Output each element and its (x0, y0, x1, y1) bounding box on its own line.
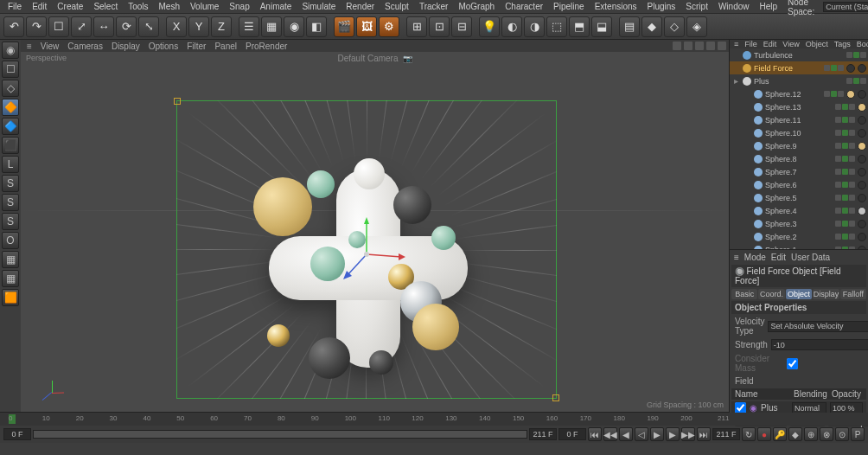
menu-render[interactable]: Render (341, 1, 379, 12)
menu-tools[interactable]: Tools (124, 1, 152, 12)
tl-prev-frame[interactable]: ◀ (619, 427, 633, 441)
toolbar-btn-13[interactable]: ▦ (261, 16, 282, 37)
menu-character[interactable]: Character (501, 1, 547, 12)
menu-window[interactable]: Window (714, 1, 754, 12)
left-tool-3[interactable]: 🔶 (2, 99, 19, 116)
tl-key-pos[interactable]: ⊕ (804, 427, 818, 441)
nodespace-input[interactable] (823, 2, 868, 12)
object-row-sphere-3[interactable]: Sphere.3 (730, 217, 868, 230)
vp-menu-prorender[interactable]: ProRender (242, 42, 290, 51)
toolbar-btn-10[interactable]: Z (211, 16, 232, 37)
tl-current-frame[interactable] (558, 428, 586, 440)
left-tool-13[interactable]: 🟧 (2, 289, 19, 306)
vp-menu-view[interactable]: View (37, 42, 63, 51)
left-tool-0[interactable]: ◉ (2, 42, 19, 59)
consider-mass-checkbox[interactable] (787, 358, 798, 369)
toolbar-btn-28[interactable]: ⬚ (546, 16, 567, 37)
left-tool-10[interactable]: O (2, 232, 19, 249)
left-tool-2[interactable]: ◇ (2, 80, 19, 97)
object-row-sphere-10[interactable]: Sphere.10 (730, 126, 868, 139)
toolbar-btn-27[interactable]: ◑ (524, 16, 545, 37)
vp-menu-options[interactable]: Options (145, 42, 182, 51)
tl-range-end[interactable] (712, 428, 740, 440)
menu-select[interactable]: Select (89, 1, 122, 12)
toolbar-btn-12[interactable]: ☰ (239, 16, 259, 37)
toolbar-btn-14[interactable]: ◉ (284, 16, 304, 37)
toolbar-btn-17[interactable]: 🎬 (334, 16, 354, 37)
toolbar-btn-8[interactable]: X (166, 16, 187, 37)
strength-input[interactable] (771, 339, 868, 350)
toolbar-btn-5[interactable]: ⟳ (116, 16, 137, 37)
om-menu-file[interactable]: File (742, 40, 760, 48)
toolbar-btn-18[interactable]: 🖼 (356, 16, 377, 37)
left-tool-8[interactable]: S (2, 194, 19, 211)
vp-icon-0[interactable] (673, 42, 681, 50)
attr-tab-coord[interactable]: Coord. (758, 289, 784, 299)
vp-menu-cameras[interactable]: Cameras (64, 42, 106, 51)
tl-loop[interactable]: ↻ (742, 427, 756, 441)
transform-gizmo[interactable] (328, 215, 405, 293)
object-row-sphere-8[interactable]: Sphere.8 (730, 152, 868, 165)
toolbar-btn-9[interactable]: Y (188, 16, 209, 37)
tl-key-rot[interactable]: ⊗ (820, 427, 833, 441)
tl-play[interactable]: ▶ (650, 427, 664, 441)
attr-tab-object[interactable]: Object (786, 289, 812, 299)
menu-mograph[interactable]: MoGraph (454, 1, 499, 12)
menu-help[interactable]: Help (756, 1, 782, 12)
toolbar-btn-30[interactable]: ⬓ (591, 16, 612, 37)
toolbar-btn-25[interactable]: 💡 (479, 16, 500, 37)
attr-menu-mode[interactable]: Mode (744, 253, 766, 262)
left-tool-9[interactable]: S (2, 213, 19, 230)
toolbar-btn-34[interactable]: ◇ (664, 16, 685, 37)
toolbar-btn-6[interactable]: ⤡ (138, 16, 159, 37)
object-row-sphere-4[interactable]: Sphere.4 (730, 204, 868, 217)
menu-create[interactable]: Create (53, 1, 87, 12)
menu-script[interactable]: Script (681, 1, 712, 12)
vp-menu-filter[interactable]: Filter (183, 42, 209, 51)
om-menu-edit[interactable]: Edit (761, 40, 780, 48)
om-menu-tags[interactable]: Tags (832, 40, 853, 48)
object-row-sphere-13[interactable]: Sphere.13 (730, 100, 868, 113)
menu-sculpt[interactable]: Sculpt (380, 1, 413, 12)
tl-step-back[interactable]: ◀◀ (603, 427, 617, 441)
vp-icon-3[interactable] (706, 42, 715, 50)
tl-key-param[interactable]: P (851, 427, 865, 441)
vp-menu-display[interactable]: Display (108, 42, 144, 51)
toolbar-btn-19[interactable]: ⚙ (379, 16, 399, 37)
menu-volume[interactable]: Volume (186, 1, 223, 12)
toolbar-btn-33[interactable]: ◆ (641, 16, 662, 37)
vp-icon-4[interactable] (718, 42, 726, 50)
left-tool-5[interactable]: ⬛ (2, 137, 19, 154)
tl-keyframe[interactable]: ◆ (788, 427, 802, 441)
menu-mesh[interactable]: Mesh (155, 1, 184, 12)
tl-goto-start[interactable]: ⏮ (588, 427, 602, 441)
object-row-sphere-7[interactable]: Sphere.7 (730, 165, 868, 178)
toolbar-btn-21[interactable]: ⊞ (406, 16, 427, 37)
vp-menu-≡[interactable]: ≡ (23, 42, 35, 51)
object-row-sphere-9[interactable]: Sphere.9 (730, 139, 868, 152)
menu-tracker[interactable]: Tracker (415, 1, 453, 12)
attr-tab-falloff[interactable]: Falloff (840, 289, 866, 299)
toolbar-btn-1[interactable]: ↷ (26, 16, 47, 37)
object-row-sphere-2[interactable]: Sphere.2 (730, 230, 868, 243)
tl-goto-end[interactable]: ⏭ (697, 427, 711, 441)
toolbar-btn-3[interactable]: ⤢ (71, 16, 92, 37)
attr-tab-display[interactable]: Display (813, 289, 839, 299)
left-tool-12[interactable]: ▦ (2, 270, 19, 287)
om-menu-view[interactable]: View (780, 40, 801, 48)
velocity-type-input[interactable] (768, 321, 868, 332)
tl-record[interactable]: ● (757, 427, 771, 441)
object-row-turbulence[interactable]: Turbulence (730, 48, 868, 61)
object-row-sphere-11[interactable]: Sphere.11 (730, 113, 868, 126)
menu-pipeline[interactable]: Pipeline (549, 1, 589, 12)
tl-end-frame[interactable] (529, 428, 557, 440)
tl-play-back[interactable]: ◁ (635, 427, 648, 441)
tl-range-slider[interactable] (33, 430, 527, 439)
toolbar-btn-0[interactable]: ↶ (3, 16, 24, 37)
menu-edit[interactable]: Edit (28, 1, 51, 12)
toolbar-btn-26[interactable]: ◐ (501, 16, 522, 37)
tl-next-frame[interactable]: ▶ (666, 427, 680, 441)
tl-start-frame[interactable] (3, 428, 31, 440)
toolbar-btn-15[interactable]: ◧ (306, 16, 327, 37)
object-row-sphere-1[interactable]: Sphere.1 (730, 243, 868, 249)
